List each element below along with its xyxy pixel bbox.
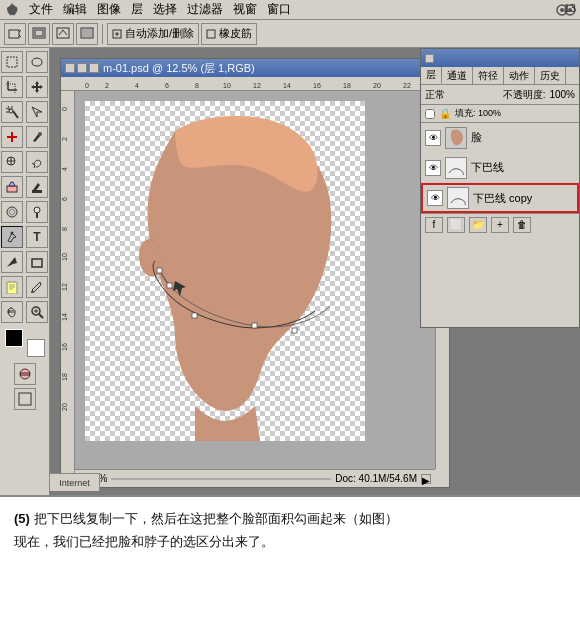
- svg-rect-9: [35, 30, 43, 36]
- tool-group-11: [0, 300, 49, 324]
- heal-tool[interactable]: [1, 126, 23, 148]
- svg-text:2: 2: [61, 137, 68, 141]
- canvas-close-btn[interactable]: [65, 63, 75, 73]
- layers-bottom-bar: f ⬜ 📁 + 🗑: [421, 213, 579, 235]
- quick-mask-btn[interactable]: [14, 363, 36, 385]
- eraser-tool[interactable]: [1, 176, 23, 198]
- new-set-btn[interactable]: 📁: [469, 217, 487, 233]
- info-arrow[interactable]: ▶: [421, 474, 431, 484]
- zoom-tool[interactable]: [26, 301, 48, 323]
- svg-marker-22: [31, 81, 43, 93]
- layer-name-chin-copy: 下巴线 copy: [473, 191, 573, 206]
- layer-eye-chin-copy[interactable]: 👁: [427, 190, 443, 206]
- tool-group-10: [0, 275, 49, 299]
- auto-add-btn[interactable]: 自动添加/删除: [107, 23, 199, 45]
- new-layer-btn[interactable]: +: [491, 217, 509, 233]
- svg-point-39: [11, 232, 14, 235]
- canvas-maximize-btn[interactable]: [89, 63, 99, 73]
- menu-window[interactable]: 窗口: [262, 1, 296, 18]
- layer-eye-face[interactable]: 👁: [425, 130, 441, 146]
- tab-actions[interactable]: 动作: [504, 67, 535, 84]
- canvas-minimize-btn[interactable]: [77, 63, 87, 73]
- svg-text:12: 12: [253, 82, 261, 89]
- hand-tool[interactable]: [1, 301, 23, 323]
- color-swatches[interactable]: [5, 329, 45, 357]
- canvas-content: [75, 91, 435, 469]
- menu-layer[interactable]: 层: [126, 1, 148, 18]
- svg-text:6: 6: [61, 197, 68, 201]
- apple-logo-icon[interactable]: [4, 2, 20, 18]
- svg-text:18: 18: [61, 373, 68, 381]
- blur-tool[interactable]: [1, 201, 23, 223]
- description-area: (5) 把下巴线复制一下，然后在这把整个脸部面积勾画起来（如图） 现在，我们已经…: [0, 495, 580, 625]
- toolbar-icon-1[interactable]: [4, 23, 26, 45]
- dodge-tool[interactable]: [26, 201, 48, 223]
- path-select-tool[interactable]: [1, 251, 23, 273]
- delete-layer-btn[interactable]: 🗑: [513, 217, 531, 233]
- menu-file[interactable]: 文件: [24, 1, 58, 18]
- svg-rect-40: [32, 259, 42, 267]
- toolbar-icon-3[interactable]: [52, 23, 74, 45]
- svg-text:2: 2: [105, 82, 109, 89]
- brush-tool[interactable]: [26, 126, 48, 148]
- menu-select[interactable]: 选择: [148, 1, 182, 18]
- tab-layers[interactable]: 层: [421, 67, 442, 84]
- svg-rect-35: [32, 190, 42, 193]
- tool-group-2: [0, 75, 49, 99]
- canvas-status: 12.5% Doc: 40.1M/54.6M ▶: [75, 469, 435, 487]
- fill-tool[interactable]: [26, 176, 48, 198]
- crop-tool[interactable]: [1, 76, 23, 98]
- toolbar-icon-2[interactable]: [28, 23, 50, 45]
- menu-filter[interactable]: 过滤器: [182, 1, 228, 18]
- tool-group-6: [0, 175, 49, 199]
- layer-item-chin[interactable]: 👁 下巴线: [421, 153, 579, 183]
- add-mask-btn[interactable]: ⬜: [447, 217, 465, 233]
- layers-panel: 层 通道 符径 动作 历史 正常 不透明度:: [420, 48, 580, 328]
- layers-close-btn[interactable]: [425, 54, 434, 63]
- menu-image[interactable]: 图像: [92, 1, 126, 18]
- slice-tool[interactable]: [26, 101, 48, 123]
- svg-rect-16: [207, 30, 215, 38]
- svg-rect-45: [31, 291, 34, 293]
- canvas-title-buttons: [65, 63, 99, 73]
- screen-mode-btn[interactable]: [14, 388, 36, 410]
- layer-fill-options: 🔒 填充: 100%: [421, 105, 579, 123]
- layer-item-chin-copy[interactable]: 👁 下巴线 copy: [421, 183, 579, 213]
- lasso-tool[interactable]: [26, 51, 48, 73]
- lock-transparent-check[interactable]: [425, 109, 435, 119]
- tab-channels[interactable]: 通道: [442, 67, 473, 84]
- svg-rect-52: [19, 393, 31, 405]
- history-brush-tool[interactable]: [26, 151, 48, 173]
- menu-edit[interactable]: 编辑: [58, 1, 92, 18]
- tool-group-9: [0, 250, 49, 274]
- tab-paths[interactable]: 符径: [473, 67, 504, 84]
- page-number: 13: [564, 2, 576, 14]
- background-color[interactable]: [27, 339, 45, 357]
- add-style-btn[interactable]: f: [425, 217, 443, 233]
- rubber-btn[interactable]: 橡皮筋: [201, 23, 257, 45]
- svg-text:4: 4: [61, 167, 68, 171]
- shape-tool[interactable]: [26, 251, 48, 273]
- layer-eye-chin[interactable]: 👁: [425, 160, 441, 176]
- foreground-color[interactable]: [5, 329, 23, 347]
- description-line1: 把下巴线复制一下，然后在这把整个脸部面积勾画起来（如图）: [34, 511, 398, 526]
- ruler-top: 0 2 4 6 8 10 12 14 16 18 20 22 24: [61, 77, 449, 91]
- canvas-titlebar: m-01.psd @ 12.5% (层 1,RGB): [61, 59, 449, 77]
- clone-tool[interactable]: [1, 151, 23, 173]
- tool-group-13: [13, 387, 37, 411]
- notes-tool[interactable]: [1, 276, 23, 298]
- svg-text:20: 20: [61, 403, 68, 411]
- text-tool[interactable]: T: [26, 226, 48, 248]
- layer-item-face[interactable]: 👁 脸: [421, 123, 579, 153]
- menu-view[interactable]: 视窗: [228, 1, 262, 18]
- description-text: (5) 把下巴线复制一下，然后在这把整个脸部面积勾画起来（如图） 现在，我们已经…: [14, 507, 566, 554]
- toolbar-icon-4[interactable]: [76, 23, 98, 45]
- description-line2: 现在，我们已经把脸和脖子的选区分出来了。: [14, 534, 274, 549]
- move-tool[interactable]: [26, 76, 48, 98]
- tab-history[interactable]: 历史: [535, 67, 566, 84]
- magic-wand-tool[interactable]: [1, 101, 23, 123]
- image-canvas: [85, 101, 365, 441]
- marquee-tool[interactable]: [1, 51, 23, 73]
- pen-tool[interactable]: [1, 226, 23, 248]
- eyedropper-tool[interactable]: [26, 276, 48, 298]
